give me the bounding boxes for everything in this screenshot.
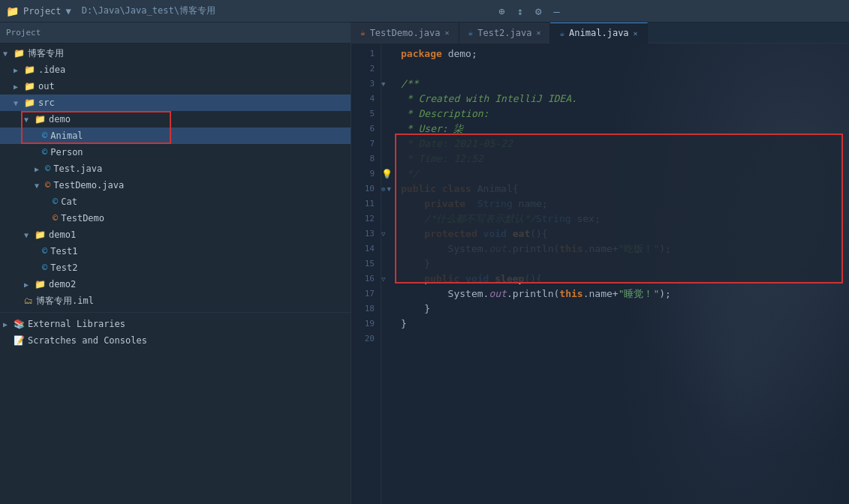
code-line-20 <box>401 332 849 346</box>
label-testdemo: TestDemo.java <box>53 180 124 190</box>
gutter-10: ⊙ ▼ <box>381 182 395 196</box>
arrow-test: ▶ <box>35 165 45 173</box>
fold-16[interactable]: ▽ <box>381 272 395 286</box>
ln-10: 10 <box>351 182 381 196</box>
tree-item-demo2[interactable]: ▶ 📁 demo2 <box>0 276 351 292</box>
gutter-9: 💡 <box>381 166 395 182</box>
token-14-3: .println( <box>507 242 559 256</box>
token-5-1: * Description: <box>401 106 489 122</box>
tree-item-out[interactable]: ▶ 📁 out <box>0 78 351 94</box>
run-marker-10[interactable]: ⊙ <box>381 185 385 193</box>
tab-label-animal: Animal.java <box>569 28 628 38</box>
tree-item-person[interactable]: © Person <box>0 144 351 160</box>
tab-animal[interactable]: ☕ Animal.java ✕ <box>550 22 647 44</box>
token-12-2: /*什么都不写表示默认*/ <box>424 212 535 226</box>
tree-item-test2[interactable]: © Test2 <box>0 260 351 276</box>
token-11-2: private <box>424 196 477 212</box>
arrow-idea: ▶ <box>14 66 24 74</box>
project-path: D:\Java\Java_test\博客专用 <box>82 4 215 17</box>
action-minimize[interactable]: — <box>553 5 559 17</box>
action-split[interactable]: ↕ <box>516 5 522 17</box>
token-12-1 <box>401 212 424 226</box>
java-icon-test2: © <box>42 262 47 273</box>
arrow-demo2: ▶ <box>24 280 35 289</box>
token-10-1: public <box>401 182 442 196</box>
action-global[interactable]: ⊕ <box>498 5 504 17</box>
code-line-1: package demo; <box>401 46 849 62</box>
folder-icon-demo1: 📁 <box>35 230 46 240</box>
ln-16: 16 <box>351 272 381 286</box>
tree-item-idea[interactable]: ▶ 📁 .idea <box>0 62 351 78</box>
token-10-2: class <box>442 182 477 196</box>
fold-3[interactable]: ▼ <box>381 76 395 92</box>
ln-19: 19 <box>351 316 381 332</box>
token-14-7: ); <box>659 242 671 256</box>
project-dropdown-icon[interactable]: ▼ <box>66 6 71 16</box>
tree-item-test1[interactable]: © Test1 <box>0 243 351 260</box>
fold-10[interactable]: ▼ <box>387 185 390 193</box>
fold-13[interactable]: ▽ <box>381 226 395 242</box>
action-settings[interactable]: ⚙ <box>535 5 541 17</box>
tree-item-demo[interactable]: ▼ 📁 demo <box>0 111 351 128</box>
token-1-1: package <box>401 46 448 62</box>
arrow-src: ▼ <box>14 99 24 107</box>
ln-18: 18 <box>351 302 381 316</box>
ln-13: 13 <box>351 226 381 242</box>
ln-17: 17 <box>351 286 381 302</box>
title-bar-center: ⊕ ↕ ⚙ — <box>215 5 843 17</box>
arrow-external: ▶ <box>3 320 14 328</box>
tab-testdemo[interactable]: ☕ TestDemo.java ✕ <box>351 22 459 44</box>
tab-test2[interactable]: ☕ Test2.java ✕ <box>459 22 551 44</box>
tab-label-test2: Test2.java <box>477 28 531 38</box>
token-12-4: sex; <box>571 212 601 226</box>
tab-bar: ☕ TestDemo.java ✕ ☕ Test2.java ✕ ☕ Anima… <box>351 22 849 44</box>
code-line-10: public class Animal{ <box>401 182 849 196</box>
token-16-3: void <box>465 272 495 286</box>
tree-item-testdemo[interactable]: ▼ © TestDemo.java <box>0 177 351 194</box>
tree-item-testdemoclass[interactable]: © TestDemo <box>0 210 351 226</box>
token-14-2: out <box>489 242 506 256</box>
java-icon-test: © <box>45 164 50 174</box>
tree-item-project[interactable]: ▼ 📁 博客专用 <box>0 45 351 62</box>
code-line-7: * Date: 2021-05-22 <box>401 136 849 152</box>
java-icon-animal: © <box>42 130 47 141</box>
tree-item-demo1[interactable]: ▼ 📁 demo1 <box>0 226 351 243</box>
warning-icon-9: 💡 <box>381 169 393 179</box>
token-17-7: ); <box>659 286 671 302</box>
java-icon-person: © <box>42 147 47 158</box>
code-content[interactable]: package demo; /** * Created with Intelli… <box>395 44 849 504</box>
title-bar: 📁 Project ▼ D:\Java\Java_test\博客专用 ⊕ ↕ ⚙… <box>0 0 849 22</box>
code-line-13: protected void eat(){ <box>401 226 849 242</box>
label-project: 博客专用 <box>28 47 64 60</box>
code-line-5: * Description: <box>401 106 849 122</box>
code-line-6: * User: 柒 <box>401 122 849 136</box>
tree-item-cat[interactable]: © Cat <box>0 194 351 210</box>
tab-label-testdemo: TestDemo.java <box>370 28 441 38</box>
label-cat: Cat <box>61 196 77 207</box>
code-editor[interactable]: 1 2 3 4 5 6 7 8 9 10 11 12 13 14 15 16 1… <box>351 44 849 504</box>
tree-item-external[interactable]: ▶ 📚 External Libraries <box>0 316 351 332</box>
tree-item-test[interactable]: ▶ © Test.java <box>0 160 351 177</box>
tab-close-test2[interactable]: ✕ <box>536 28 540 37</box>
code-line-18: } <box>401 302 849 316</box>
editor-area: ☕ TestDemo.java ✕ ☕ Test2.java ✕ ☕ Anima… <box>351 22 849 504</box>
ln-15: 15 <box>351 256 381 272</box>
title-bar-left: 📁 Project ▼ D:\Java\Java_test\博客专用 <box>6 4 215 17</box>
tree-item-animal[interactable]: © Animal <box>0 128 351 144</box>
code-line-17: System.out.println(this.name+"睡觉！"); <box>401 286 849 302</box>
label-scratches: Scratches and Consoles <box>28 335 147 346</box>
ln-14: 14 <box>351 242 381 256</box>
java-icon-cat: © <box>53 196 58 207</box>
tab-close-animal[interactable]: ✕ <box>634 29 638 38</box>
arrow-out: ▶ <box>14 82 24 91</box>
token-17-1: System. <box>401 286 489 302</box>
sidebar-tree-wrapper: ▼ 📁 博客专用 ▶ 📁 .idea ▶ 📁 out <box>0 44 351 504</box>
token-13-2: protected <box>424 226 483 242</box>
token-11-1 <box>401 196 424 212</box>
tree-item-scratches[interactable]: 📝 Scratches and Consoles <box>0 332 351 349</box>
folder-icon-src: 📁 <box>24 98 35 108</box>
sidebar-content: ▼ 📁 博客专用 ▶ 📁 .idea ▶ 📁 out <box>0 44 351 350</box>
tree-item-src[interactable]: ▼ 📁 src <box>0 94 351 111</box>
tree-item-iml[interactable]: 🗂 博客专用.iml <box>0 292 351 309</box>
tab-close-testdemo[interactable]: ✕ <box>445 28 450 37</box>
